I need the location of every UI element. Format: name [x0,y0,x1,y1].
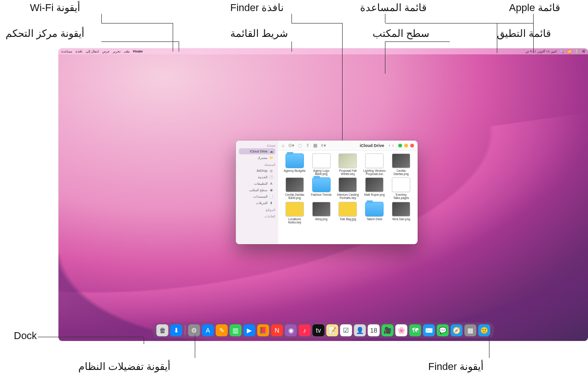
menu-window[interactable]: نافذة [76,50,82,53]
file-item[interactable]: Tote Bag.jpg [336,202,360,224]
file-item[interactable]: Cecilia Dantas B&W.png [283,177,307,199]
finder-sidebar: iCloud☁︎iCloud Drive📁مشتركالمفضلة◎AirDro… [236,141,278,244]
share-icon[interactable]: ⇪ [306,143,309,148]
sidebar-item[interactable]: ⬇︎التنزيلات [239,200,275,206]
action-icon[interactable]: ⊙▾ [288,143,294,148]
file-item[interactable]: Abby.png [309,202,333,224]
tag-icon[interactable]: ◌ [298,143,302,148]
finder-toolbar: ⌕ ⊙▾ ◌ ⇪ ▦ ≡▾ › ‹ [278,141,418,151]
file-item[interactable]: Lighting Vendors Proposal.doc [362,153,386,176]
callout-help-menu: قائمة المساعدة [360,2,427,14]
toolbar-left: ⌕ ⊙▾ ◌ ⇪ ▦ ≡▾ [282,143,326,148]
finder-title: iCloud Drive [360,143,384,148]
dock[interactable]: 🙂▦🧭💬✉️🗺🌸🎥18👤☑︎📝tv♪◉N📕▶︎▥✎A⚙︎⬇︎🗑 [153,322,494,338]
dock-app-facetime[interactable]: 🎥 [382,324,394,336]
back-icon[interactable]: ‹ [389,143,390,148]
sidebar-item-icon: ⬇︎ [269,201,274,205]
menu-help[interactable]: مساعدة [61,50,72,53]
dock-app-notes[interactable]: 📝 [326,324,338,336]
app-menu[interactable]: Finder [133,50,143,53]
dock-app-launchpad[interactable]: ▦ [465,324,477,336]
file-item[interactable]: Locations Notes.key [283,202,307,224]
forward-icon[interactable]: › [392,143,394,148]
sidebar-item[interactable]: 🖥سطح المكتب [239,187,275,193]
file-item[interactable]: Ageny Logo B&W.png [309,153,333,176]
wifi-icon[interactable]: 📶 [567,50,571,53]
sidebar-item[interactable]: 🕘الحديثة [239,174,275,180]
dock-app-maps[interactable]: 🗺 [409,324,421,336]
minimize-icon[interactable] [404,144,408,147]
group-icon[interactable]: ≡▾ [321,143,326,148]
dock-app-podcasts[interactable]: ◉ [285,324,297,336]
sidebar-item-label: المستندات [253,195,268,199]
file-item[interactable]: Talent Deck [362,202,386,224]
menu-edit[interactable]: تحرير [113,50,121,53]
file-item[interactable]: Interiors Casting Portraits.key [336,177,360,199]
dock-app-finder[interactable]: 🙂 [478,324,490,336]
finder-window[interactable]: ⌕ ⊙▾ ◌ ⇪ ▦ ≡▾ › ‹ [236,141,418,244]
menu-go[interactable]: انتقال إلى [86,50,99,53]
file-item[interactable]: Agency Budgets [283,153,307,176]
file-item[interactable]: Evening Talks.pages [389,177,413,199]
dock-app-pages[interactable]: ✎ [216,324,228,336]
sidebar-item-icon: A [269,182,274,185]
sidebar-item[interactable]: 📄المستندات [239,193,275,199]
window-controls[interactable] [398,144,414,147]
dock-app-music[interactable]: ♪ [299,324,311,336]
menu-bar: ⌘ 🔋 📶 🔍 اثنين ١٨ أكتوبر ٩:٤١ ص Finder مل… [58,48,588,54]
dock-app-mail[interactable]: ✉️ [423,324,435,336]
file-thumbnail [392,153,410,168]
sidebar-item[interactable]: 📁مشترك [239,155,275,161]
dock-app-contacts[interactable]: 👤 [354,324,366,336]
dock-app-safari[interactable]: 🧭 [451,324,463,336]
battery-icon[interactable]: 🔋 [575,50,579,53]
file-item[interactable]: Fashion Trends [309,177,333,199]
file-name: Talent Deck [367,217,382,221]
search-icon[interactable]: ⌕ [282,143,285,148]
sidebar-item[interactable]: ☁︎iCloud Drive [239,148,275,154]
sidebar-item-label: iCloud Drive [250,150,268,153]
file-name: Tote Bag.jpg [339,217,356,221]
menu-view[interactable]: عرض [102,50,110,53]
sidebar-item[interactable]: Aالتطبيقات [239,181,275,187]
file-thumbnail [338,202,357,217]
dock-app-system-preferences[interactable]: ⚙︎ [188,324,200,336]
dock-app-books[interactable]: 📕 [257,324,269,336]
nav-buttons[interactable]: › ‹ [389,143,394,148]
dock-app-reminders[interactable]: ☑︎ [340,324,352,336]
sidebar-item[interactable]: ◎AirDrop [239,168,275,174]
dock-app-keynote[interactable]: ▶︎ [244,324,256,336]
sidebar-item-label: مشترك [257,156,268,160]
dock-app-photos[interactable]: 🌸 [396,324,408,336]
menu-bar-datetime[interactable]: اثنين ١٨ أكتوبر ٩:٤١ ص [525,50,557,53]
file-item[interactable]: Vera San.png [389,202,413,224]
spotlight-icon[interactable]: 🔍 [560,50,564,53]
file-name: Abby.png [315,217,327,221]
dock-app-appstore[interactable]: A [202,324,214,336]
control-center-icon[interactable]: ⌘ [582,50,585,53]
file-item[interactable]: Cecilia Dantas.png [389,153,413,176]
dock-app-calendar[interactable]: 18 [368,324,380,336]
menu-file[interactable]: ملف [124,50,130,53]
zoom-icon[interactable] [398,144,402,147]
view-icon[interactable]: ▦ [313,143,317,148]
file-name: Cecilia Dantas B&W.png [283,193,307,199]
finder-content[interactable]: Agency BudgetsAgeny Logo B&W.pngProposal… [278,151,418,244]
close-icon[interactable] [410,144,414,147]
sidebar-section-label: المواقع [239,208,275,212]
file-thumbnail [392,177,410,192]
dock-downloads[interactable]: ⬇︎ [170,324,182,336]
finder-file-grid: Agency BudgetsAgeny Logo B&W.pngProposal… [283,153,413,224]
dock-app-tv[interactable]: tv [313,324,325,336]
file-thumbnail [312,177,331,192]
dock-app-numbers[interactable]: ▥ [230,324,242,336]
file-item[interactable]: Proposal Fall Winter.key [336,153,360,176]
file-name: Agency Budgets [284,169,305,172]
file-name: Vera San.png [392,217,410,221]
dock-trash[interactable]: 🗑 [157,324,169,336]
dock-app-news[interactable]: N [271,324,283,336]
sidebar-item-icon: ☁︎ [269,150,274,153]
file-item[interactable]: Matt Roper.png [362,177,386,199]
dock-app-messages[interactable]: 💬 [437,324,449,336]
sidebar-item-icon: 🖥 [269,188,274,192]
